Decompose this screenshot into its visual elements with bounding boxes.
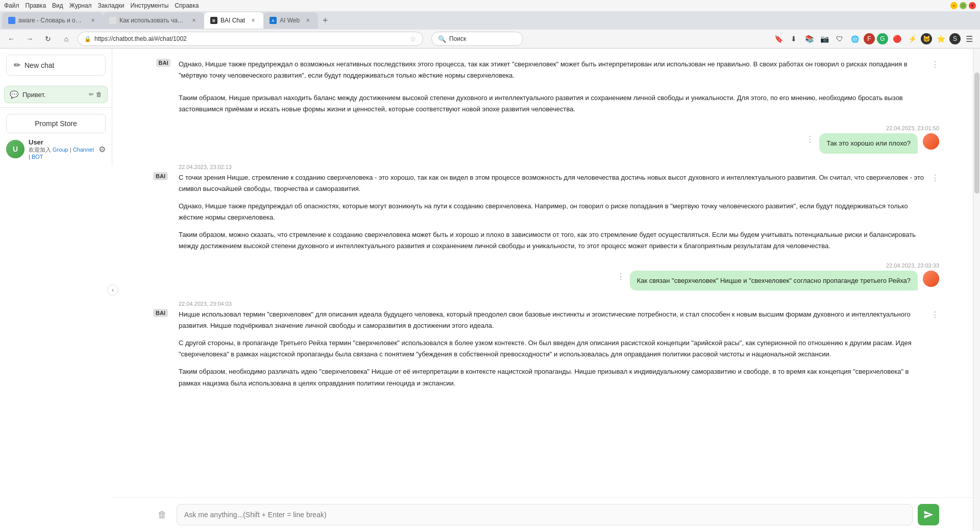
right-scrollbar[interactable] <box>973 49 980 531</box>
shield-icon[interactable]: 🛡 <box>833 32 846 45</box>
extension8-icon[interactable]: S <box>949 33 961 44</box>
tab-ai-label: AI Web <box>280 17 300 24</box>
favicon-ai: A <box>270 17 277 24</box>
menu-bookmarks[interactable]: Закладки <box>98 2 125 9</box>
settings-icon[interactable]: ⚙ <box>99 144 106 154</box>
bai-avatar-area-2: BAI <box>153 309 174 389</box>
app-layout: ✏ New chat 💬 Привет. ✏ 🗑 Prompt Store <box>0 49 980 531</box>
menu-tools[interactable]: Инструменты <box>131 2 169 9</box>
reload-button[interactable]: ↻ <box>41 32 55 46</box>
close-button[interactable]: × <box>969 2 976 9</box>
extension4-icon[interactable]: 🔴 <box>890 32 903 45</box>
star-icon[interactable]: ☆ <box>410 35 416 43</box>
delete-message-button[interactable]: 🗑 <box>153 505 172 524</box>
bai-content-2: Ницше использовал термин "сверхчеловек" … <box>179 309 926 389</box>
extension1-icon[interactable]: 🌐 <box>848 32 862 45</box>
join-text: 欢迎加入 <box>29 147 53 153</box>
search-text: Поиск <box>449 35 466 42</box>
user-section: U User 欢迎加入 Group | Channel | BOT <box>6 138 106 160</box>
user-message-1: ⋮ Так это хорошо или плохо? <box>153 133 939 154</box>
forward-button[interactable]: → <box>22 32 37 46</box>
send-icon <box>923 510 934 520</box>
screenshot-icon[interactable]: 📷 <box>818 32 831 45</box>
tab-bai-close[interactable]: × <box>249 16 257 25</box>
bai-message-2: BAI Ницше использовал термин "сверхчелов… <box>153 309 939 389</box>
chat-item-actions: ✏ 🗑 <box>89 91 102 98</box>
menu-view[interactable]: Вид <box>52 2 63 9</box>
search-box[interactable]: 🔍 Поиск <box>431 32 523 46</box>
minimize-button[interactable]: − <box>950 2 958 9</box>
continuation-p2: Таким образом, Ницше призывал находить б… <box>179 92 926 115</box>
tab-aware[interactable]: aware - Словарь и онлайн пер... × <box>2 12 103 29</box>
tab-bai[interactable]: B BAI Chat × <box>204 12 263 29</box>
tab-kak-label: Как использовать чат gpt бесп... <box>119 17 186 24</box>
menu-file[interactable]: Файл <box>4 2 19 9</box>
new-tab-button[interactable]: + <box>318 13 332 28</box>
extension2-icon[interactable]: F <box>864 33 875 44</box>
user-message-2: ⋮ Как связан "сверхчеловек" Ницше и "све… <box>153 271 939 291</box>
channel-link[interactable]: Channel <box>73 147 94 153</box>
url-input[interactable]: 🔒 https://chatbot.theb.ai/#/chat/1002 ☆ <box>78 32 423 46</box>
bai2-p2: С другой стороны, в пропаганде Третьего … <box>179 337 926 360</box>
menu-edit[interactable]: Правка <box>26 2 46 9</box>
user-avatar-msg-1 <box>923 133 939 150</box>
extension5-icon[interactable]: ⚡ <box>905 32 919 45</box>
chat-messages: BAI Однако, Ницше также предупреждал о в… <box>112 49 980 497</box>
message-group-continuation: BAI Однако, Ницше также предупреждал о в… <box>153 59 939 115</box>
user-links: 欢迎加入 Group | Channel | BOT <box>29 146 94 160</box>
extension3-icon[interactable]: G <box>877 33 888 44</box>
edit-chat-icon[interactable]: ✏ <box>89 91 94 98</box>
maximize-button[interactable]: □ <box>960 2 967 9</box>
menu-journal[interactable]: Журнал <box>69 2 92 9</box>
prompt-store-button[interactable]: Prompt Store <box>6 114 106 133</box>
delete-chat-icon[interactable]: 🗑 <box>96 91 102 98</box>
tab-bar: aware - Словарь и онлайн пер... × Как ис… <box>0 11 980 30</box>
user-name: User <box>29 138 94 146</box>
bai1-p3: Таким образом, можно сказать, что стремл… <box>179 229 926 252</box>
home-button[interactable]: ⌂ <box>59 32 74 46</box>
user-avatar: U <box>6 140 24 158</box>
user-avatar-inner-1 <box>923 133 939 150</box>
bai-msg-menu-icon-1[interactable]: ⋮ <box>931 172 939 252</box>
back-button[interactable]: ← <box>4 32 18 46</box>
menu-help[interactable]: Справка <box>175 2 199 9</box>
address-bar: ← → ↻ ⌂ 🔒 https://chatbot.theb.ai/#/chat… <box>0 30 980 48</box>
message-group-user1: 22.04.2023, 23:01:50 ⋮ Так это хорошо ил… <box>153 125 939 154</box>
extension6-icon[interactable]: 🐱 <box>921 33 932 44</box>
bai-message-timestamp-2: 22.04.2023, 23:04:03 <box>179 301 939 307</box>
bai-label-badge-2: BAI <box>153 309 168 317</box>
chat-input[interactable] <box>177 504 913 525</box>
send-button[interactable] <box>918 504 939 525</box>
bai-msg-menu-icon[interactable]: ⋮ <box>931 59 939 115</box>
user-msg-menu-icon-1[interactable]: ⋮ <box>806 133 814 144</box>
browser-bar: Файл Правка Вид Журнал Закладки Инструме… <box>0 0 980 49</box>
group-link[interactable]: Group <box>53 147 68 153</box>
search-icon: 🔍 <box>438 35 446 43</box>
bai2-p3: Таким образом, необходимо различать идею… <box>179 366 926 389</box>
tab-ai[interactable]: A AI Web × <box>263 12 318 29</box>
chat-item[interactable]: 💬 Привет. ✏ 🗑 <box>4 86 108 103</box>
tab-aware-label: aware - Словарь и онлайн пер... <box>18 17 85 24</box>
menu-icon[interactable]: ☰ <box>963 32 976 45</box>
lock-icon: 🔒 <box>84 36 91 42</box>
bot-link[interactable]: BOT <box>32 154 43 160</box>
bai-label-badge-1: BAI <box>153 172 168 180</box>
collapse-sidebar-button[interactable]: ‹ <box>107 284 118 296</box>
bookmark-icon[interactable]: 🔖 <box>772 32 785 45</box>
bai-msg-menu-icon-2[interactable]: ⋮ <box>931 309 939 389</box>
bai-content-1: С точки зрения Ницше, стремление к созда… <box>179 172 926 252</box>
history-icon[interactable]: 📚 <box>802 32 816 45</box>
bai1-p2: Однако, Ницше также предупреждал об опас… <box>179 201 926 223</box>
tab-ai-close[interactable]: × <box>304 16 312 25</box>
bai1-p1: С точки зрения Ницше, стремление к созда… <box>179 172 926 195</box>
tab-aware-close[interactable]: × <box>89 16 97 25</box>
chat-list: 💬 Привет. ✏ 🗑 <box>0 82 112 107</box>
tab-kak-close[interactable]: × <box>190 16 198 25</box>
message-group-bai1: 22.04.2023, 23:02:13 BAI С точки зрения … <box>153 164 939 252</box>
new-chat-button[interactable]: ✏ New chat <box>6 55 106 76</box>
user-msg-menu-icon-2[interactable]: ⋮ <box>617 271 625 281</box>
tab-kak[interactable]: Как использовать чат gpt бесп... × <box>103 12 204 29</box>
download-icon[interactable]: ⬇ <box>787 32 800 45</box>
sidebar-top: ✏ New chat <box>0 49 112 82</box>
extension7-icon[interactable]: ⭐ <box>934 32 947 45</box>
